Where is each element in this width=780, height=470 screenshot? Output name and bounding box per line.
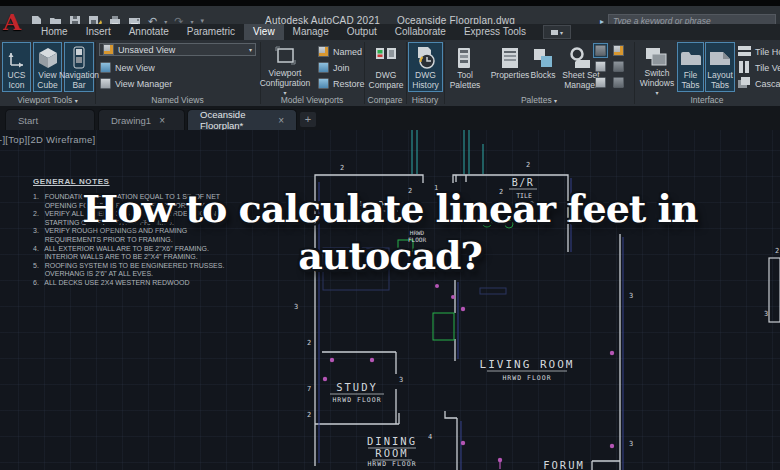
viewport-configuration-icon — [273, 45, 297, 69]
palette-icon-1[interactable] — [613, 45, 624, 56]
command-line-icon — [595, 45, 606, 56]
restore-viewport-icon — [318, 78, 329, 89]
floorplan-drawing: LAUNDRY B/R TILE FLOOR HRWD FLOOR LIVING… — [0, 130, 780, 470]
close-tab-icon[interactable]: × — [278, 115, 284, 126]
panel-label-model-viewports: Model Viewports — [260, 95, 364, 105]
dwg-history-icon — [414, 45, 438, 71]
nav-label-2: Bar — [72, 81, 85, 91]
properties-icon — [499, 45, 521, 71]
unsaved-view-icon — [103, 44, 114, 55]
headline-line-1: How to calculate linear feet in — [0, 185, 780, 232]
svg-text:2: 2 — [526, 161, 530, 169]
viewport-configuration-button[interactable]: Viewport Configuration ▾ — [258, 42, 312, 92]
layout-tabs-icon — [708, 45, 732, 71]
panel-label-interface: Interface — [634, 95, 780, 105]
command-line-button[interactable] — [594, 44, 607, 57]
room-label-forum: FORUM — [543, 459, 585, 470]
svg-text:3: 3 — [629, 292, 633, 300]
dwg-compare-icon — [374, 45, 398, 71]
ribbon: UCS Icon View Cube Navigation Bar Viewpo… — [0, 40, 780, 107]
file-tab-start[interactable]: Start — [5, 109, 95, 130]
headline-line-2: autocad? — [0, 232, 780, 279]
tab-parametric[interactable]: Parametric — [178, 24, 244, 40]
tab-output[interactable]: Output — [338, 24, 386, 40]
cascade-button[interactable]: Cascade — [738, 77, 780, 90]
tile-vertically-button[interactable]: Tile Vertically — [738, 61, 780, 74]
palette-icon-3[interactable] — [613, 61, 624, 72]
svg-text:ROOM: ROOM — [375, 447, 408, 459]
tab-express-tools[interactable]: Express Tools — [455, 24, 535, 40]
svg-text:2: 2 — [307, 339, 311, 347]
file-tab-drawing1[interactable]: Drawing1 × — [98, 109, 185, 130]
svg-text:HRWD FLOOR: HRWD FLOOR — [367, 460, 416, 468]
panel-label-viewport-tools[interactable]: Viewport Tools ▾ — [0, 95, 95, 105]
dropdown-caret-icon: ▾ — [249, 46, 252, 53]
file-tabs-icon — [679, 45, 703, 71]
named-view-dropdown[interactable]: Unsaved View ▾ — [99, 43, 256, 56]
view-manager-icon — [100, 78, 111, 89]
svg-text:7: 7 — [307, 385, 311, 393]
close-tab-icon[interactable]: × — [159, 115, 165, 126]
view-manager-button[interactable]: View Manager — [100, 77, 172, 90]
svg-text:2: 2 — [340, 164, 344, 172]
autocad-window: ↶▾ ↷▾ ▾ Autodesk AutoCAD 2021 Oceanside … — [0, 0, 780, 470]
sheet-set-manager-icon — [569, 45, 593, 71]
ucs-axes-icon — [6, 45, 28, 71]
panel-label-named-views: Named Views — [95, 95, 260, 105]
navigation-bar-button[interactable]: Navigation Bar — [64, 42, 94, 92]
named-viewport-icon — [318, 46, 329, 57]
titlebar: ↶▾ ↷▾ ▾ Autodesk AutoCAD 2021 Oceanside … — [0, 6, 780, 24]
svg-text:3: 3 — [629, 440, 633, 448]
switch-windows-button[interactable]: Switch Windows ▾ — [638, 42, 676, 92]
svg-text:3: 3 — [764, 310, 768, 318]
new-view-button[interactable]: New View — [100, 61, 155, 74]
new-tab-button[interactable]: + — [300, 112, 316, 127]
named-viewport-button[interactable]: Named — [318, 45, 362, 58]
dwg-history-button[interactable]: DWG History — [408, 42, 443, 92]
svg-text:HRWD FLOOR: HRWD FLOOR — [332, 396, 381, 404]
tile-horizontal-icon — [738, 45, 751, 59]
properties-button[interactable]: Properties — [488, 42, 532, 92]
named-view-value: Unsaved View — [118, 45, 175, 55]
dwg-compare-button[interactable]: DWG Compare — [366, 42, 406, 92]
tool-palettes-button[interactable]: Tool Palettes — [448, 42, 482, 92]
autocad-logo[interactable]: A — [3, 7, 25, 37]
blocks-button[interactable]: Blocks — [527, 42, 559, 92]
tab-manage[interactable]: Manage — [284, 24, 338, 40]
file-tabs-button[interactable]: File Tabs — [677, 42, 704, 92]
tile-vertical-icon — [738, 61, 751, 75]
view-cube-icon — [36, 45, 60, 71]
room-label-study: STUDY — [336, 381, 378, 393]
svg-text:3: 3 — [294, 303, 298, 311]
tile-horizontally-button[interactable]: Tile Horizontally — [738, 45, 780, 58]
cascade-icon — [738, 77, 751, 91]
join-viewport-button[interactable]: Join — [318, 61, 350, 74]
view-cube-button[interactable]: View Cube — [33, 42, 62, 92]
tool-palettes-icon — [455, 45, 475, 71]
panel-label-compare: Compare — [364, 95, 406, 105]
tab-insert[interactable]: Insert — [77, 24, 120, 40]
palette-icon-5[interactable] — [613, 77, 624, 88]
layout-tabs-button[interactable]: Layout Tabs — [705, 42, 735, 92]
svg-text:4: 4 — [428, 433, 432, 441]
navigation-bar-icon — [70, 45, 88, 71]
ribbon-tab-bar: Home Insert Annotate Parametric View Man… — [0, 24, 780, 40]
palette-icon-2[interactable] — [595, 61, 606, 72]
tab-annotate[interactable]: Annotate — [120, 24, 178, 40]
restore-viewport-button[interactable]: Restore — [318, 77, 365, 90]
ucs-icon-button[interactable]: UCS Icon — [2, 42, 31, 92]
tab-home[interactable]: Home — [32, 24, 77, 40]
file-tab-bar: Start Drawing1 × Oceanside Floorplan* × … — [0, 106, 780, 130]
panel-label-palettes[interactable]: Palettes ▾ — [444, 95, 634, 105]
svg-text:2: 2 — [307, 411, 311, 419]
cube-label-2: Cube — [37, 81, 57, 91]
drawing-canvas[interactable]: [-][Top][2D Wireframe] GENERAL NOTES 1. … — [0, 130, 780, 470]
panel-label-history: History — [406, 95, 444, 105]
ribbon-toggle-icon — [551, 30, 558, 35]
tab-collaborate[interactable]: Collaborate — [386, 24, 455, 40]
tab-view[interactable]: View — [244, 24, 284, 40]
file-tab-oceanside-floorplan[interactable]: Oceanside Floorplan* × — [187, 109, 297, 130]
palette-icon-4[interactable] — [595, 77, 606, 88]
headline-overlay: How to calculate linear feet in autocad? — [0, 185, 780, 279]
ribbon-display-toggle[interactable]: ▾ — [543, 25, 571, 39]
